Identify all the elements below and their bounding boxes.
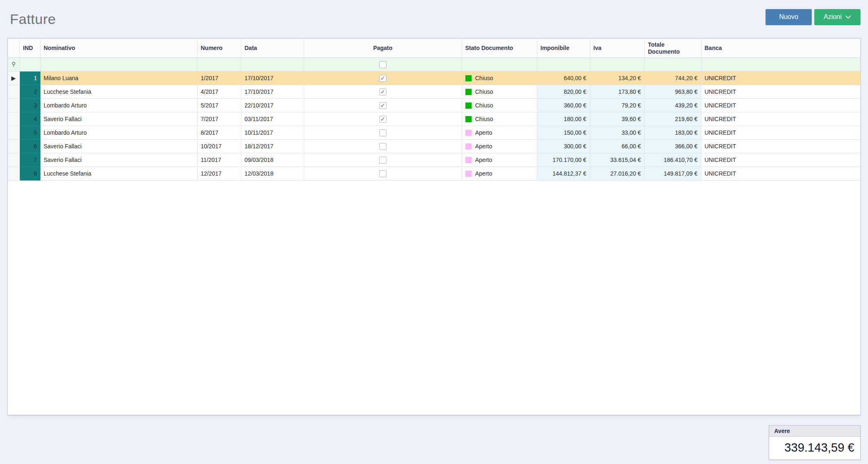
iva-cell[interactable]: 27.016,20 € xyxy=(590,167,644,181)
filter-cell-nominativo[interactable] xyxy=(40,58,197,71)
pagato-checkbox[interactable]: ✓ xyxy=(379,75,386,82)
banca-cell[interactable]: UNICREDIT xyxy=(701,85,860,99)
stato-cell[interactable]: Aperto xyxy=(462,153,537,167)
table-row[interactable]: 5 Lombardo Arturo 8/2017 10/11/2017 Aper… xyxy=(8,126,860,140)
stato-cell[interactable]: Aperto xyxy=(462,126,537,140)
stato-cell[interactable]: Aperto xyxy=(462,167,537,181)
column-header-numero[interactable]: Numero xyxy=(197,39,241,58)
numero-cell[interactable]: 11/2017 xyxy=(197,153,241,167)
data-cell[interactable]: 03/11/2017 xyxy=(241,112,304,126)
data-cell[interactable]: 22/10/2017 xyxy=(241,99,304,112)
stato-cell[interactable]: Aperto xyxy=(462,140,537,153)
pagato-checkbox[interactable] xyxy=(379,143,386,150)
banca-cell[interactable]: UNICREDIT xyxy=(701,99,860,112)
totale-cell[interactable]: 219,60 € xyxy=(644,112,701,126)
pagato-cell[interactable]: ✓ xyxy=(304,99,462,112)
filter-cell-totale[interactable] xyxy=(644,58,701,71)
numero-cell[interactable]: 10/2017 xyxy=(197,140,241,153)
stato-cell[interactable]: Chiuso xyxy=(462,112,537,126)
nominativo-cell[interactable]: Lucchese Stefania xyxy=(40,85,197,99)
filter-cell-pagato[interactable] xyxy=(304,58,462,71)
filter-pagato-checkbox[interactable] xyxy=(379,61,386,68)
iva-cell[interactable]: 173,80 € xyxy=(590,85,644,99)
pagato-checkbox[interactable]: ✓ xyxy=(379,88,386,95)
iva-cell[interactable]: 39,60 € xyxy=(590,112,644,126)
imponibile-cell[interactable]: 144.812,37 € xyxy=(537,167,590,181)
imponibile-cell[interactable]: 180,00 € xyxy=(537,112,590,126)
table-row[interactable]: 4 Saverio Fallaci 7/2017 03/11/2017 ✓ Ch… xyxy=(8,112,860,126)
totale-cell[interactable]: 186.410,70 € xyxy=(644,153,701,167)
stato-cell[interactable]: Chiuso xyxy=(462,99,537,112)
nominativo-cell[interactable]: Milano Luana xyxy=(40,71,197,85)
numero-cell[interactable]: 4/2017 xyxy=(197,85,241,99)
column-header-banca[interactable]: Banca xyxy=(701,39,860,58)
column-header-imponibile[interactable]: Imponibile xyxy=(537,39,590,58)
filter-cell-iva[interactable] xyxy=(590,58,644,71)
banca-cell[interactable]: UNICREDIT xyxy=(701,126,860,140)
nominativo-cell[interactable]: Lucchese Stefania xyxy=(40,167,197,181)
totale-cell[interactable]: 366,00 € xyxy=(644,140,701,153)
column-header-stato[interactable]: Stato Documento xyxy=(462,39,537,58)
pagato-cell[interactable]: ✓ xyxy=(304,71,462,85)
banca-cell[interactable]: UNICREDIT xyxy=(701,112,860,126)
iva-cell[interactable]: 134,20 € xyxy=(590,71,644,85)
nominativo-cell[interactable]: Lombardo Arturo xyxy=(40,126,197,140)
pagato-checkbox[interactable] xyxy=(379,170,386,177)
banca-cell[interactable]: UNICREDIT xyxy=(701,140,860,153)
nuovo-button[interactable]: Nuovo xyxy=(765,9,812,25)
numero-cell[interactable]: 7/2017 xyxy=(197,112,241,126)
pagato-cell[interactable] xyxy=(304,153,462,167)
numero-cell[interactable]: 8/2017 xyxy=(197,126,241,140)
iva-cell[interactable]: 33,00 € xyxy=(590,126,644,140)
filter-cell-numero[interactable] xyxy=(197,58,241,71)
stato-cell[interactable]: Chiuso xyxy=(462,85,537,99)
numero-cell[interactable]: 1/2017 xyxy=(197,71,241,85)
table-row[interactable]: 2 Lucchese Stefania 4/2017 17/10/2017 ✓ … xyxy=(8,85,860,99)
numero-cell[interactable]: 12/2017 xyxy=(197,167,241,181)
data-cell[interactable]: 17/10/2017 xyxy=(241,71,304,85)
iva-cell[interactable]: 79,20 € xyxy=(590,99,644,112)
filter-cell-banca[interactable] xyxy=(701,58,860,71)
table-row[interactable]: ▶ 1 Milano Luana 1/2017 17/10/2017 ✓ Chi… xyxy=(8,71,860,85)
totale-cell[interactable]: 963,80 € xyxy=(644,85,701,99)
nominativo-cell[interactable]: Saverio Fallaci xyxy=(40,153,197,167)
imponibile-cell[interactable]: 170.170,00 € xyxy=(537,153,590,167)
filter-cell-data[interactable] xyxy=(241,58,304,71)
imponibile-cell[interactable]: 820,00 € xyxy=(537,85,590,99)
table-row[interactable]: 3 Lombardo Arturo 5/2017 22/10/2017 ✓ Ch… xyxy=(8,99,860,112)
pagato-checkbox[interactable] xyxy=(379,157,386,164)
table-row[interactable]: 8 Lucchese Stefania 12/2017 12/03/2018 A… xyxy=(8,167,860,181)
imponibile-cell[interactable]: 640,00 € xyxy=(537,71,590,85)
pagato-cell[interactable]: ✓ xyxy=(304,85,462,99)
data-cell[interactable]: 17/10/2017 xyxy=(241,85,304,99)
iva-cell[interactable]: 33.615,04 € xyxy=(590,153,644,167)
totale-cell[interactable]: 439,20 € xyxy=(644,99,701,112)
nominativo-cell[interactable]: Saverio Fallaci xyxy=(40,140,197,153)
imponibile-cell[interactable]: 300,00 € xyxy=(537,140,590,153)
filter-cell-imponibile[interactable] xyxy=(537,58,590,71)
iva-cell[interactable]: 66,00 € xyxy=(590,140,644,153)
pagato-checkbox[interactable] xyxy=(379,129,386,136)
column-header-nominativo[interactable]: Nominativo xyxy=(40,39,197,58)
pagato-cell[interactable] xyxy=(304,126,462,140)
nominativo-cell[interactable]: Saverio Fallaci xyxy=(40,112,197,126)
column-header-ind[interactable]: IND xyxy=(19,39,40,58)
imponibile-cell[interactable]: 360,00 € xyxy=(537,99,590,112)
filter-cell-ind[interactable] xyxy=(19,58,40,71)
imponibile-cell[interactable]: 150,00 € xyxy=(537,126,590,140)
pagato-cell[interactable]: ✓ xyxy=(304,112,462,126)
data-cell[interactable]: 18/12/2017 xyxy=(241,140,304,153)
numero-cell[interactable]: 5/2017 xyxy=(197,99,241,112)
data-cell[interactable]: 09/03/2018 xyxy=(241,153,304,167)
column-header-pagato[interactable]: Pagato xyxy=(304,39,462,58)
banca-cell[interactable]: UNICREDIT xyxy=(701,71,860,85)
banca-cell[interactable]: UNICREDIT xyxy=(701,167,860,181)
totale-cell[interactable]: 183,00 € xyxy=(644,126,701,140)
data-cell[interactable]: 10/11/2017 xyxy=(241,126,304,140)
stato-cell[interactable]: Chiuso xyxy=(462,71,537,85)
column-header-data[interactable]: Data xyxy=(241,39,304,58)
totale-cell[interactable]: 744,20 € xyxy=(644,71,701,85)
table-row[interactable]: 6 Saverio Fallaci 10/2017 18/12/2017 Ape… xyxy=(8,140,860,153)
totale-cell[interactable]: 149.817,09 € xyxy=(644,167,701,181)
pagato-cell[interactable] xyxy=(304,140,462,153)
